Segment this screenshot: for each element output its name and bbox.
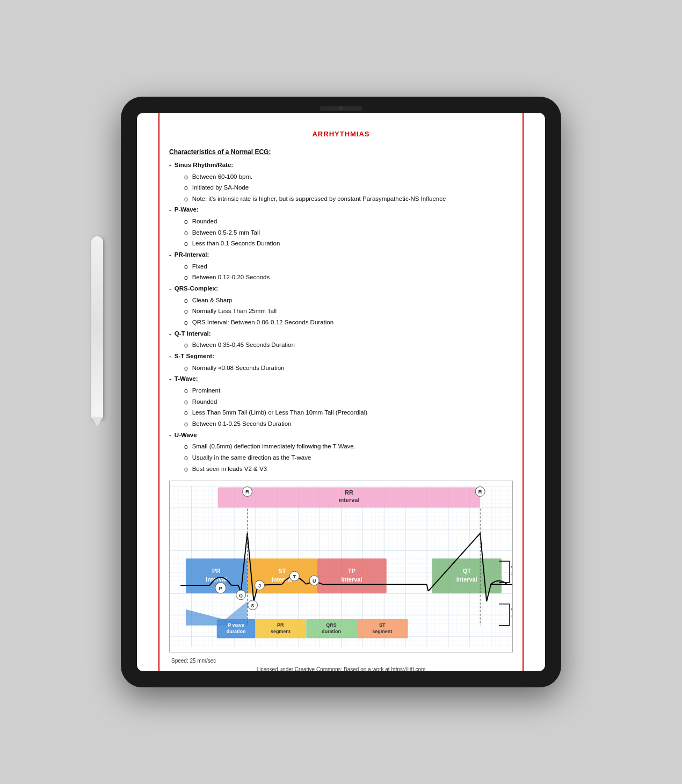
svg-text:RR: RR [345,490,353,496]
item-label: QRS-Complex: [175,284,218,294]
bullet-text: Rounded [192,217,217,227]
svg-text:0.04s: 0.04s [511,607,512,612]
bullet-list: oRoundedoBetween 0.5-2.5 mm TalloLess th… [169,217,513,249]
dash-symbol: - [169,329,171,339]
list-item: oBetween 0.5-2.5 mm Tall [184,228,513,238]
bullet-list: oBetween 60-100 bpm.oInitiated by SA-Nod… [169,172,513,205]
page-title: ARRHYTHMIAS [169,129,513,140]
list-item: oNormally Less Than 25mm Tall [184,307,513,317]
item-label: P-Wave: [175,205,199,215]
circle-bullet-icon: o [184,172,188,183]
svg-text:QT: QT [463,568,471,574]
svg-text:T: T [293,574,296,579]
list-item: oClean & Sharp [184,296,513,306]
circle-bullet-icon: o [184,408,188,418]
dash-symbol: - [169,205,171,215]
bullet-text: Between 0.5-2.5 mm Tall [192,228,260,238]
bullet-text: Between 60-100 bpm. [192,172,253,182]
bullet-text: Clean & Sharp [192,296,233,306]
svg-text:ST: ST [379,622,386,628]
list-item: -U-Wave [169,431,513,440]
bullet-text: Usually in the same direction as the T-w… [192,453,311,463]
page-content: ARRHYTHMIAS Characteristics of a Normal … [137,113,545,671]
list-item: oLess than 0.1 Seconds Duration [184,239,513,249]
dash-symbol: - [169,431,171,440]
bullet-list: oBetween 0.35-0.45 Seconds Duration [169,340,513,351]
circle-bullet-icon: o [184,340,188,351]
circle-bullet-icon: o [184,194,188,205]
list-item: oRounded [184,217,513,227]
bullet-text: QRS Interval: Between 0.06-0.12 Seconds … [192,318,333,328]
svg-text:P wave: P wave [228,622,244,628]
item-label: S-T Segment: [175,352,214,361]
bullet-text: Fixed [192,262,207,272]
speed-label: Speed: 25 mm/sec [171,657,513,665]
circle-bullet-icon: o [184,183,188,193]
svg-text:PR: PR [277,622,284,628]
svg-text:interval: interval [338,497,359,503]
tablet-screen: ARRHYTHMIAS Characteristics of a Normal … [137,113,545,671]
svg-text:R: R [478,489,482,495]
svg-text:U: U [313,578,316,584]
dash-symbol: - [169,284,171,294]
circle-bullet-icon: o [184,262,188,272]
item-label: U-Wave [175,431,197,440]
tablet-device: ARRHYTHMIAS Characteristics of a Normal … [121,97,561,687]
list-item: oBest seen in leads V2 & V3 [184,464,513,475]
svg-text:0.20s: 0.20s [511,564,512,569]
circle-bullet-icon: o [184,239,188,249]
bullet-text: Less than 0.1 Seconds Duration [192,239,280,249]
list-item: oNote: it's intrinsic rate is higher, bu… [184,194,513,205]
section-heading: Characteristics of a Normal ECG: [169,147,513,157]
bullet-list: oNormally ≈0.08 Seconds Duration [169,364,513,374]
circle-bullet-icon: o [184,419,188,430]
list-item: -Q-T Interval: [169,329,513,339]
svg-text:interval: interval [456,576,477,583]
circle-bullet-icon: o [184,364,188,374]
circle-bullet-icon: o [184,442,188,452]
list-item: oFixed [184,262,513,272]
bullet-list: oProminentoRoundedoLess Than 5mm Tall (L… [169,386,513,429]
list-item: -Sinus Rhythm/Rate: [169,161,513,170]
svg-text:ST: ST [278,568,286,574]
dash-symbol: - [169,161,171,170]
bullet-text: Between 0.1-0.25 Seconds Duration [192,419,292,429]
bullet-list: oFixedoBetween 0.12-0.20 Seconds [169,262,513,283]
svg-text:QRS: QRS [326,622,336,628]
list-item: -QRS-Complex: [169,284,513,294]
list-item: oBetween 60-100 bpm. [184,172,513,183]
bullet-text: Best seen in leads V2 & V3 [192,464,267,474]
bullet-text: Between 0.12-0.20 Seconds [192,273,270,282]
circle-bullet-icon: o [184,464,188,475]
ecg-diagram: RR interval R R PR interval ST interval [169,481,513,652]
bullet-text: Rounded [192,397,217,407]
list-item: oBetween 0.12-0.20 Seconds [184,273,513,283]
list-item: oLess Than 5mm Tall (Limb) or Less Than … [184,408,513,418]
item-label: Q-T Interval: [175,329,211,339]
item-label: T-Wave: [175,374,198,384]
list-item: oUsually in the same direction as the T-… [184,453,513,463]
bullet-text: Small (0.5mm) deflection immediately fol… [192,442,355,452]
bullet-text: Between 0.35-0.45 Seconds Duration [192,340,295,350]
item-label: PR-Interval: [175,250,209,260]
dash-symbol: - [169,374,171,384]
svg-text:200ms: 200ms [511,571,512,576]
bullet-text: Normally Less Than 25mm Tall [192,307,277,316]
svg-text:interval: interval [206,576,227,583]
circle-bullet-icon: o [184,453,188,463]
list-item: -S-T Segment: [169,352,513,361]
circle-bullet-icon: o [184,307,188,317]
list-item: oQRS Interval: Between 0.06-0.12 Seconds… [184,318,513,328]
circle-bullet-icon: o [184,397,188,408]
items-list: -Sinus Rhythm/Rate:oBetween 60-100 bpm.o… [169,161,513,474]
red-margin-left [158,113,159,671]
dash-symbol: - [169,250,171,260]
item-label: Sinus Rhythm/Rate: [175,161,233,170]
bullet-text: Prominent [192,386,220,396]
bullet-list: oSmall (0.5mm) deflection immediately fo… [169,442,513,474]
bullet-text: Note: it's intrinsic rate is higher, but… [192,194,446,204]
circle-bullet-icon: o [184,386,188,396]
bullet-text: Normally ≈0.08 Seconds Duration [192,364,285,373]
red-margin-right [523,113,524,671]
circle-bullet-icon: o [184,273,188,283]
